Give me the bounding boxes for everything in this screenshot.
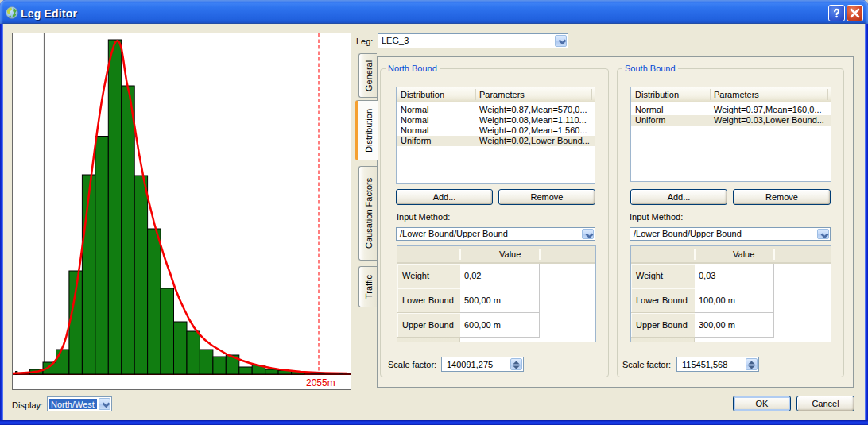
- svg-text:2055m: 2055m: [306, 377, 335, 388]
